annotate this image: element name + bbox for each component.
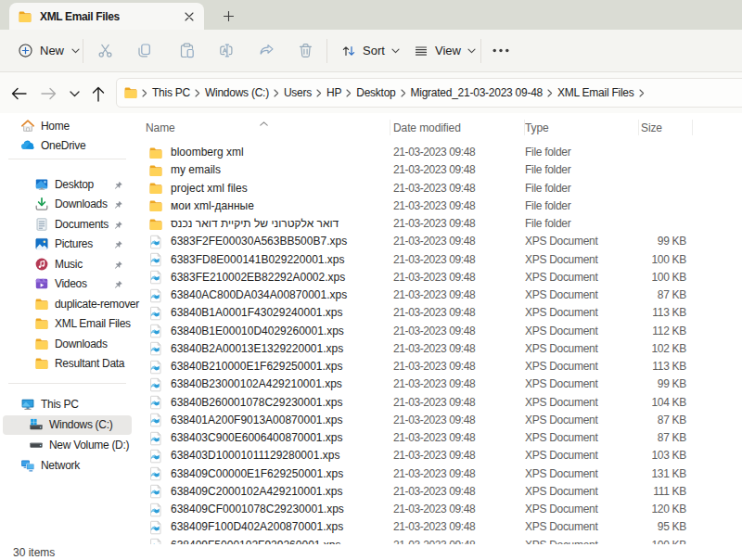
table-row[interactable]: 63840AC800DA034A00870001.xps21-03-2023 0… (134, 286, 742, 304)
table-row[interactable]: 6383FD8E000141B029220001.xps21-03-2023 0… (134, 251, 742, 269)
breadcrumb-item[interactable]: This PC (151, 84, 191, 101)
table-row[interactable]: 63840B1E00010D4029260001.xps21-03-2023 0… (134, 323, 742, 340)
tab-close-icon[interactable] (181, 8, 198, 25)
breadcrumb-chevron-icon (544, 89, 556, 97)
table-row[interactable]: 638409CF0001078C29230001.xps21-03-2023 0… (134, 501, 742, 518)
share-button[interactable] (249, 30, 283, 71)
column-divider[interactable] (524, 120, 525, 135)
delete-button[interactable] (288, 30, 322, 71)
sidebar-item-label: Windows (C:) (49, 418, 112, 431)
column-divider[interactable] (390, 120, 390, 135)
file-size: 131 KB (594, 465, 686, 483)
table-row[interactable]: 638409F5000102F929260001.xps21-03-2023 0… (134, 537, 742, 545)
cut-button[interactable] (88, 30, 122, 71)
column-divider[interactable] (638, 120, 639, 135)
more-options-button[interactable] (484, 30, 518, 71)
sidebar-item-label: Videos (55, 277, 87, 290)
folder-icon (18, 9, 32, 24)
breadcrumb-item[interactable]: XML Email Files (556, 84, 635, 101)
column-header-date-modified[interactable]: Date modified (393, 121, 461, 134)
sidebar-item-label: duplicate-remover (55, 298, 139, 311)
folder-icon (148, 197, 163, 215)
breadcrumb-chevron-icon (635, 89, 648, 97)
up-button[interactable] (85, 83, 111, 105)
xps-icon (148, 358, 163, 375)
file-size: 95 KB (594, 518, 686, 536)
file-name: 63840B1A0001F43029240001.xps (171, 304, 390, 322)
table-row[interactable]: мои xml-данные21-03-2023 09:48File folde… (134, 197, 742, 215)
sidebar-item-pictures[interactable]: Pictures (0, 235, 134, 255)
sidebar-item-downloads[interactable]: Downloads (0, 195, 134, 215)
breadcrumb-item[interactable]: Users (283, 84, 313, 101)
network-icon (20, 458, 35, 473)
file-type: File folder (525, 215, 570, 233)
sidebar-item-music[interactable]: Music (0, 254, 134, 274)
table-row[interactable]: 638401A200F9013A00870001.xps21-03-2023 0… (134, 412, 742, 429)
paste-button[interactable] (170, 30, 203, 71)
file-date-modified: 21-03-2023 09:48 (393, 304, 475, 322)
new-tab-button[interactable] (218, 6, 238, 25)
scissors-icon (96, 42, 114, 59)
recent-locations-button[interactable] (61, 83, 87, 105)
table-row[interactable]: 6383FE210002EB82292A0002.xps21-03-2023 0… (134, 269, 742, 286)
chevron-down-icon (467, 48, 476, 54)
new-button[interactable]: New (13, 30, 85, 71)
sidebar-item-videos[interactable]: Videos (0, 274, 134, 295)
breadcrumb-item[interactable]: Windows (C:) (204, 84, 270, 101)
tab-xml-email-files[interactable]: XML Email Files (9, 3, 204, 30)
folder-icon (34, 316, 49, 331)
column-divider[interactable] (692, 120, 693, 135)
file-list-pane: Name Date modified Type Size bloomberg x… (134, 113, 742, 544)
rename-button[interactable] (210, 30, 243, 71)
table-row[interactable]: 638403D10001011129280001.xps21-03-2023 0… (134, 447, 742, 465)
view-button[interactable]: View (408, 30, 481, 71)
sidebar-item-downloads[interactable]: Downloads (0, 334, 134, 354)
xps-icon (148, 537, 163, 545)
breadcrumb-item[interactable]: HP (326, 84, 342, 101)
sidebar-item-label: XML Email Files (55, 317, 131, 330)
table-row[interactable]: 63840B260001078C29230001.xps21-03-2023 0… (134, 394, 742, 412)
table-row[interactable]: דואר אלקטרוני של תיקיית דואר נכנס21-03-2… (134, 215, 742, 233)
table-row[interactable]: 638409F100D402A200870001.xps21-03-2023 0… (134, 518, 742, 536)
table-row[interactable]: 638409C2000102A429210001.xps21-03-2023 0… (134, 483, 742, 501)
sidebar-item-desktop[interactable]: Desktop (0, 174, 134, 195)
sidebar-item-resultant-data[interactable]: Resultant Data (0, 354, 134, 375)
table-row[interactable]: 6383F2FE00030A563BB500B7.xps21-03-2023 0… (134, 233, 742, 250)
table-row[interactable]: 63840B210000E1F629250001.xps21-03-2023 0… (134, 358, 742, 375)
table-row[interactable]: 63840B2A00013E1329220001.xps21-03-2023 0… (134, 340, 742, 358)
table-row[interactable]: 638409C00000E1F629250001.xps21-03-2023 0… (134, 465, 742, 483)
file-name: 638409C00000E1F629250001.xps (171, 465, 390, 483)
breadcrumb-item[interactable]: Desktop (355, 84, 396, 101)
table-row[interactable]: my emails21-03-2023 09:48File folder (134, 161, 742, 179)
folder-icon (34, 297, 49, 312)
sidebar-item-windows-c-[interactable]: Windows (C:) (0, 414, 134, 435)
sidebar-item-documents[interactable]: Documents (0, 214, 134, 235)
table-row[interactable]: 638403C900E6006400870001.xps21-03-2023 0… (134, 429, 742, 447)
table-row[interactable]: 63840B1A0001F43029240001.xps21-03-2023 0… (134, 304, 742, 322)
breadcrumb-item[interactable]: Migrated_21-03-2023 09-48 (410, 84, 544, 101)
sidebar-item-xml-email-files[interactable]: XML Email Files (0, 314, 134, 335)
sidebar-item-duplicate-remover[interactable]: duplicate-remover (0, 294, 134, 314)
column-header-name[interactable]: Name (146, 121, 175, 134)
sidebar-item-onedrive[interactable]: OneDrive (0, 136, 134, 157)
sidebar-item-label: Network (41, 459, 80, 472)
folder-icon (148, 161, 163, 179)
home-icon (20, 119, 35, 134)
file-type: XPS Document (525, 286, 597, 304)
file-size: 113 KB (594, 304, 686, 322)
sidebar-item-new-volume-d-[interactable]: New Volume (D:) (0, 435, 134, 455)
forward-button[interactable] (35, 83, 61, 105)
sort-button[interactable]: Sort (336, 30, 405, 71)
sidebar-item-this-pc[interactable]: This PC (0, 394, 134, 414)
table-row[interactable]: 63840B23000102A429210001.xps21-03-2023 0… (134, 375, 742, 393)
column-header-size[interactable]: Size (641, 121, 662, 134)
sidebar-item-home[interactable]: Home (0, 116, 134, 136)
column-header-type[interactable]: Type (525, 121, 549, 134)
table-row[interactable]: project xml files21-03-2023 09:48File fo… (134, 180, 742, 197)
address-bar[interactable]: This PCWindows (C:)UsersHPDesktopMigrate… (116, 78, 742, 108)
sidebar-item-network[interactable]: Network (0, 455, 134, 476)
table-row[interactable]: bloomberg xml21-03-2023 09:48File folder (134, 144, 742, 161)
back-button[interactable] (6, 83, 32, 105)
file-type: File folder (525, 144, 570, 161)
copy-button[interactable] (127, 30, 160, 71)
